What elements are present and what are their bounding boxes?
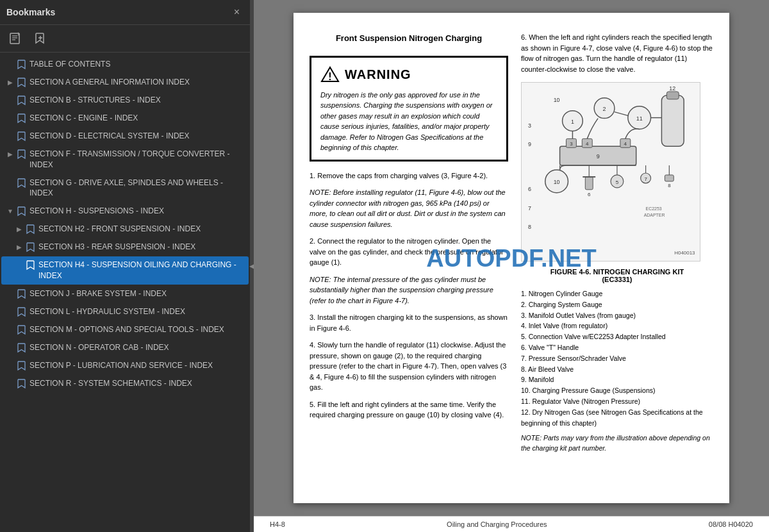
sidebar-item-section-a[interactable]: SECTION A GENERAL INFORMATION INDEX bbox=[1, 74, 249, 91]
svg-text:6: 6 bbox=[528, 186, 531, 192]
page-title: Front Suspension Nitrogen Charging bbox=[310, 32, 508, 46]
sidebar-item-section-p[interactable]: SECTION P - LUBRICATION AND SERVICE - IN… bbox=[1, 357, 249, 374]
note-bottom: NOTE: Parts may vary from the illustrati… bbox=[521, 433, 713, 454]
svg-text:2: 2 bbox=[603, 106, 606, 112]
svg-rect-10 bbox=[666, 92, 679, 99]
warning-header: ! WARNING bbox=[320, 64, 497, 85]
svg-text:ADAPTER: ADAPTER bbox=[644, 213, 665, 217]
sidebar-item-section-b[interactable]: SECTION B - STRUCTURES - INDEX bbox=[1, 92, 249, 109]
parts-list-item: 12. Dry Nitrogen Gas (see Nitrogen Gas S… bbox=[521, 407, 713, 429]
svg-rect-9 bbox=[661, 96, 684, 146]
footer-date-code: 08/08 H04020 bbox=[709, 520, 753, 528]
svg-text:7: 7 bbox=[528, 205, 531, 212]
content-area: Front Suspension Nitrogen Charging ! WAR… bbox=[310, 32, 713, 454]
step-1: 1. Remove the caps from charging valves … bbox=[310, 170, 508, 181]
svg-rect-38 bbox=[665, 175, 674, 181]
svg-text:8: 8 bbox=[528, 224, 531, 230]
step-3: 3. Install the nitrogen charging kit to … bbox=[310, 312, 508, 333]
svg-text:3: 3 bbox=[528, 122, 531, 129]
bookmark-icon bbox=[15, 131, 27, 142]
footer-page-num: H4-8 bbox=[270, 520, 285, 528]
bookmark-label: TABLE OF CONTENTS bbox=[29, 59, 244, 70]
bookmark-label: SECTION H2 - FRONT SUSPENSION - INDEX bbox=[38, 224, 244, 235]
sidebar-item-section-j[interactable]: SECTION J - BRAKE SYSTEM - INDEX bbox=[1, 285, 249, 303]
parts-list-item: 5. Connection Valve w/EC2253 Adapter Ins… bbox=[521, 331, 713, 342]
bookmark-add-icon bbox=[33, 31, 47, 46]
sidebar-toolbar bbox=[0, 25, 250, 53]
sidebar-close-button[interactable]: × bbox=[230, 5, 244, 19]
sidebar-item-section-h4[interactable]: SECTION H4 - SUSPENSION OILING AND CHARG… bbox=[1, 256, 249, 285]
svg-text:10: 10 bbox=[554, 97, 560, 103]
step-6-text: 6. When the left and right cylinders rea… bbox=[521, 32, 713, 74]
svg-text:!: ! bbox=[328, 71, 331, 82]
bookmark-icon bbox=[24, 260, 36, 270]
sidebar-item-section-f[interactable]: SECTION F - TRANSMISSION / TORQUE CONVER… bbox=[1, 145, 249, 174]
bookmark-icon bbox=[15, 307, 27, 317]
svg-text:11: 11 bbox=[636, 115, 643, 122]
sidebar-item-section-h3[interactable]: SECTION H3 - REAR SUSPENSION - INDEX bbox=[1, 238, 249, 256]
bookmark-label: SECTION A GENERAL INFORMATION INDEX bbox=[29, 77, 244, 88]
svg-text:5: 5 bbox=[616, 179, 619, 185]
sidebar-item-section-l[interactable]: SECTION L - HYDRAULIC SYSTEM - INDEX bbox=[1, 303, 249, 320]
figure-diagram: 12 11 2 1 bbox=[521, 82, 700, 262]
svg-text:12: 12 bbox=[669, 85, 675, 92]
note-1: NOTE: Before installing regulator (11, F… bbox=[310, 187, 508, 229]
sidebar-item-section-h2[interactable]: SECTION H2 - FRONT SUSPENSION - INDEX bbox=[1, 220, 249, 238]
figure-caption: FIGURE 4-6. NITROGEN CHARGING KIT(EC3331… bbox=[521, 268, 713, 283]
svg-text:3: 3 bbox=[570, 141, 573, 147]
svg-text:7: 7 bbox=[644, 176, 647, 182]
bookmark-icon bbox=[15, 206, 27, 217]
bookmark-icon bbox=[15, 178, 27, 188]
expand-icon bbox=[5, 78, 15, 87]
svg-text:H040013: H040013 bbox=[674, 250, 695, 256]
bookmark-icon bbox=[15, 96, 27, 106]
sidebar-item-section-m[interactable]: SECTION M - OPTIONS AND SPECIAL TOOLS - … bbox=[1, 321, 249, 338]
sidebar-item-section-g[interactable]: SECTION G - DRIVE AXLE, SPINDLES AND WHE… bbox=[1, 174, 249, 203]
bookmark-icon bbox=[15, 361, 27, 371]
bookmark-label: SECTION J - BRAKE SYSTEM - INDEX bbox=[29, 288, 244, 299]
sidebar: Bookmarks × TABLE OF CONTENTSSECTION A G… bbox=[0, 0, 250, 532]
sidebar-item-section-d[interactable]: SECTION D - ELECTRICAL SYSTEM - INDEX bbox=[1, 128, 249, 145]
sidebar-item-section-c[interactable]: SECTION C - ENGINE - INDEX bbox=[1, 110, 249, 127]
parts-list-item: 9. Manifold bbox=[521, 374, 713, 385]
bookmark-icon bbox=[24, 242, 36, 253]
sidebar-item-section-n[interactable]: SECTION N - OPERATOR CAB - INDEX bbox=[1, 339, 249, 356]
svg-text:4: 4 bbox=[624, 141, 627, 147]
warning-title: WARNING bbox=[345, 64, 411, 85]
expand-icon bbox=[14, 243, 24, 252]
bookmark-label: SECTION F - TRANSMISSION / TORQUE CONVER… bbox=[29, 149, 244, 170]
bookmark-label: SECTION B - STRUCTURES - INDEX bbox=[29, 95, 244, 106]
bookmark-label: SECTION D - ELECTRICAL SYSTEM - INDEX bbox=[29, 131, 244, 142]
svg-text:9: 9 bbox=[528, 141, 531, 147]
parts-list-item: 3. Manifold Outlet Valves (from gauge) bbox=[521, 310, 713, 321]
svg-rect-31 bbox=[585, 177, 593, 190]
bookmark-icon bbox=[15, 60, 27, 70]
svg-text:6: 6 bbox=[588, 192, 591, 197]
parts-list-item: 6. Valve "T" Handle bbox=[521, 342, 713, 353]
parts-list-item: 11. Regulator Valve (Nitrogen Pressure) bbox=[521, 396, 713, 407]
bookmark-list-icon bbox=[9, 31, 23, 46]
note-2: NOTE: The internal pressure of the gas c… bbox=[310, 274, 508, 306]
warning-box: ! WARNING Dry nitrogen is the only gas a… bbox=[310, 56, 508, 162]
parts-list-item: 8. Air Bleed Valve bbox=[521, 364, 713, 375]
pdf-page: AUTOPDF.NET Front Suspension Nitrogen Ch… bbox=[294, 13, 729, 503]
bookmark-label: SECTION H4 - SUSPENSION OILING AND CHARG… bbox=[38, 260, 244, 281]
bookmark-icon bbox=[15, 113, 27, 124]
svg-text:8: 8 bbox=[668, 183, 671, 188]
page-footer: H4-8 Oiling and Charging Procedures 08/0… bbox=[254, 516, 769, 532]
bookmark-label: SECTION P - LUBRICATION AND SERVICE - IN… bbox=[29, 360, 244, 371]
sidebar-item-toc[interactable]: TABLE OF CONTENTS bbox=[1, 56, 249, 73]
nitrogen-kit-diagram: 12 11 2 1 bbox=[522, 83, 700, 261]
sidebar-item-section-h[interactable]: SECTION H - SUSPENSIONS - INDEX bbox=[1, 203, 249, 220]
bookmark-expand-button[interactable] bbox=[6, 29, 26, 48]
parts-list-item: 10. Charging Pressure Gauge (Suspensions… bbox=[521, 385, 713, 396]
bookmark-icon bbox=[15, 78, 27, 88]
bookmark-label: SECTION M - OPTIONS AND SPECIAL TOOLS - … bbox=[29, 324, 244, 335]
right-column: 6. When the left and right cylinders rea… bbox=[521, 32, 713, 454]
svg-text:EC2253: EC2253 bbox=[646, 206, 662, 211]
sidebar-item-section-r[interactable]: SECTION R - SYSTEM SCHEMATICS - INDEX bbox=[1, 375, 249, 392]
parts-list-item: 4. Inlet Valve (from regulator) bbox=[521, 320, 713, 331]
bookmark-add-button[interactable] bbox=[31, 29, 50, 48]
bookmark-icon bbox=[15, 343, 27, 353]
svg-text:9: 9 bbox=[597, 153, 600, 160]
